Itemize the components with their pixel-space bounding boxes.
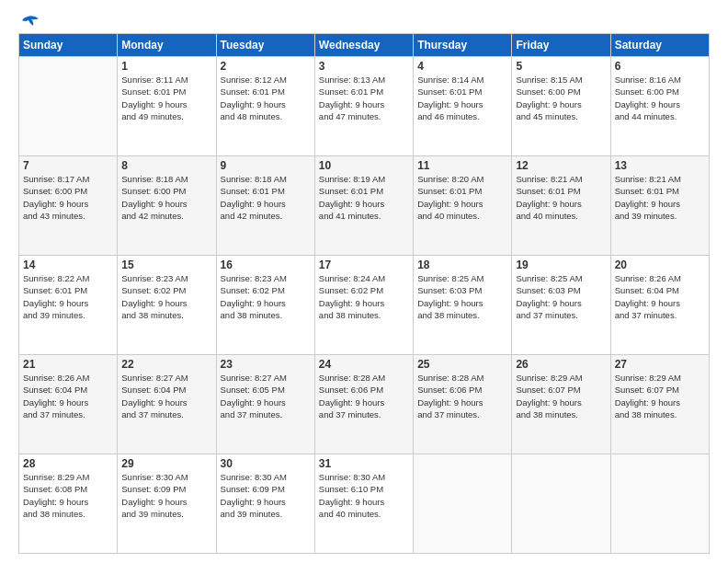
day-info: Sunrise: 8:28 AMSunset: 6:06 PMDaylight:… xyxy=(319,372,409,420)
day-number: 28 xyxy=(23,457,113,470)
day-info: Sunrise: 8:22 AMSunset: 6:01 PMDaylight:… xyxy=(23,272,113,321)
calendar-cell: 14Sunrise: 8:22 AMSunset: 6:01 PMDayligh… xyxy=(19,256,118,355)
day-number: 12 xyxy=(516,159,606,172)
day-number: 2 xyxy=(221,60,311,73)
day-number: 26 xyxy=(516,358,606,371)
calendar-cell: 31Sunrise: 8:30 AMSunset: 6:10 PMDayligh… xyxy=(314,454,413,554)
day-number: 23 xyxy=(221,358,311,371)
day-info: Sunrise: 8:29 AMSunset: 6:07 PMDaylight:… xyxy=(516,372,606,420)
calendar-week-row: 28Sunrise: 8:29 AMSunset: 6:08 PMDayligh… xyxy=(19,454,710,554)
weekday-header-friday: Friday xyxy=(512,34,610,57)
weekday-header-row: SundayMondayTuesdayWednesdayThursdayFrid… xyxy=(19,34,710,57)
calendar-week-row: 1Sunrise: 8:11 AMSunset: 6:01 PMDaylight… xyxy=(19,57,710,156)
day-info: Sunrise: 8:18 AMSunset: 6:01 PMDaylight:… xyxy=(221,173,311,222)
day-info: Sunrise: 8:18 AMSunset: 6:00 PMDaylight:… xyxy=(121,173,211,222)
day-number: 9 xyxy=(221,159,311,172)
weekday-header-tuesday: Tuesday xyxy=(216,34,314,57)
calendar-cell: 23Sunrise: 8:27 AMSunset: 6:05 PMDayligh… xyxy=(216,355,314,454)
day-info: Sunrise: 8:29 AMSunset: 6:08 PMDaylight:… xyxy=(23,471,113,520)
day-info: Sunrise: 8:27 AMSunset: 6:05 PMDaylight:… xyxy=(221,372,311,420)
calendar-cell: 20Sunrise: 8:26 AMSunset: 6:04 PMDayligh… xyxy=(610,256,709,355)
calendar-cell: 4Sunrise: 8:14 AMSunset: 6:01 PMDaylight… xyxy=(414,57,512,156)
day-number: 10 xyxy=(319,159,409,172)
page: SundayMondayTuesdayWednesdayThursdayFrid… xyxy=(0,0,728,563)
day-info: Sunrise: 8:30 AMSunset: 6:09 PMDaylight:… xyxy=(121,471,211,520)
day-number: 15 xyxy=(121,259,211,271)
calendar-cell: 17Sunrise: 8:24 AMSunset: 6:02 PMDayligh… xyxy=(314,256,413,355)
day-info: Sunrise: 8:19 AMSunset: 6:01 PMDaylight:… xyxy=(319,173,409,222)
day-number: 3 xyxy=(319,60,409,73)
day-number: 7 xyxy=(23,159,113,172)
day-number: 29 xyxy=(121,457,211,470)
day-info: Sunrise: 8:26 AMSunset: 6:04 PMDaylight:… xyxy=(615,272,705,321)
day-info: Sunrise: 8:13 AMSunset: 6:01 PMDaylight:… xyxy=(319,74,409,122)
calendar-cell: 25Sunrise: 8:28 AMSunset: 6:06 PMDayligh… xyxy=(414,355,512,454)
weekday-header-monday: Monday xyxy=(118,34,216,57)
day-info: Sunrise: 8:12 AMSunset: 6:01 PMDaylight:… xyxy=(221,74,311,122)
calendar-week-row: 7Sunrise: 8:17 AMSunset: 6:00 PMDaylight… xyxy=(19,156,710,256)
day-info: Sunrise: 8:17 AMSunset: 6:00 PMDaylight:… xyxy=(23,173,113,222)
day-info: Sunrise: 8:27 AMSunset: 6:04 PMDaylight:… xyxy=(121,372,211,420)
weekday-header-sunday: Sunday xyxy=(19,34,118,57)
calendar-cell: 6Sunrise: 8:16 AMSunset: 6:00 PMDaylight… xyxy=(610,57,709,156)
calendar-cell: 22Sunrise: 8:27 AMSunset: 6:04 PMDayligh… xyxy=(118,355,216,454)
day-info: Sunrise: 8:25 AMSunset: 6:03 PMDaylight:… xyxy=(417,272,507,321)
header xyxy=(18,17,710,28)
day-info: Sunrise: 8:21 AMSunset: 6:01 PMDaylight:… xyxy=(516,173,606,222)
weekday-header-thursday: Thursday xyxy=(414,34,512,57)
day-number: 4 xyxy=(417,60,507,73)
weekday-header-wednesday: Wednesday xyxy=(314,34,413,57)
calendar: SundayMondayTuesdayWednesdayThursdayFrid… xyxy=(18,33,710,554)
calendar-cell: 12Sunrise: 8:21 AMSunset: 6:01 PMDayligh… xyxy=(512,156,610,256)
calendar-cell: 30Sunrise: 8:30 AMSunset: 6:09 PMDayligh… xyxy=(216,454,314,554)
calendar-cell: 29Sunrise: 8:30 AMSunset: 6:09 PMDayligh… xyxy=(118,454,216,554)
day-number: 8 xyxy=(121,159,211,172)
calendar-cell: 9Sunrise: 8:18 AMSunset: 6:01 PMDaylight… xyxy=(216,156,314,256)
day-info: Sunrise: 8:23 AMSunset: 6:02 PMDaylight:… xyxy=(121,272,211,321)
day-number: 14 xyxy=(23,259,113,271)
day-number: 22 xyxy=(121,358,211,371)
calendar-cell xyxy=(610,454,709,554)
calendar-cell: 28Sunrise: 8:29 AMSunset: 6:08 PMDayligh… xyxy=(19,454,118,554)
day-number: 20 xyxy=(615,259,705,271)
day-number: 16 xyxy=(221,259,311,271)
calendar-cell xyxy=(512,454,610,554)
calendar-cell: 2Sunrise: 8:12 AMSunset: 6:01 PMDaylight… xyxy=(216,57,314,156)
calendar-cell: 13Sunrise: 8:21 AMSunset: 6:01 PMDayligh… xyxy=(610,156,709,256)
day-info: Sunrise: 8:21 AMSunset: 6:01 PMDaylight:… xyxy=(615,173,705,222)
calendar-cell: 26Sunrise: 8:29 AMSunset: 6:07 PMDayligh… xyxy=(512,355,610,454)
calendar-cell: 15Sunrise: 8:23 AMSunset: 6:02 PMDayligh… xyxy=(118,256,216,355)
day-info: Sunrise: 8:30 AMSunset: 6:09 PMDaylight:… xyxy=(221,471,311,520)
day-number: 1 xyxy=(121,60,211,73)
calendar-cell: 7Sunrise: 8:17 AMSunset: 6:00 PMDaylight… xyxy=(19,156,118,256)
calendar-cell: 1Sunrise: 8:11 AMSunset: 6:01 PMDaylight… xyxy=(118,57,216,156)
calendar-cell: 24Sunrise: 8:28 AMSunset: 6:06 PMDayligh… xyxy=(314,355,413,454)
calendar-cell: 27Sunrise: 8:29 AMSunset: 6:07 PMDayligh… xyxy=(610,355,709,454)
day-info: Sunrise: 8:29 AMSunset: 6:07 PMDaylight:… xyxy=(615,372,705,420)
logo xyxy=(18,18,40,28)
day-info: Sunrise: 8:16 AMSunset: 6:00 PMDaylight:… xyxy=(615,74,705,122)
day-info: Sunrise: 8:24 AMSunset: 6:02 PMDaylight:… xyxy=(319,272,409,321)
day-info: Sunrise: 8:14 AMSunset: 6:01 PMDaylight:… xyxy=(417,74,507,122)
day-info: Sunrise: 8:23 AMSunset: 6:02 PMDaylight:… xyxy=(221,272,311,321)
calendar-cell xyxy=(414,454,512,554)
day-number: 18 xyxy=(417,259,507,271)
calendar-cell: 18Sunrise: 8:25 AMSunset: 6:03 PMDayligh… xyxy=(414,256,512,355)
day-number: 11 xyxy=(417,159,507,172)
day-number: 25 xyxy=(417,358,507,371)
day-number: 13 xyxy=(615,159,705,172)
day-info: Sunrise: 8:30 AMSunset: 6:10 PMDaylight:… xyxy=(319,471,409,520)
day-number: 24 xyxy=(319,358,409,371)
calendar-cell: 8Sunrise: 8:18 AMSunset: 6:00 PMDaylight… xyxy=(118,156,216,256)
day-info: Sunrise: 8:20 AMSunset: 6:01 PMDaylight:… xyxy=(417,173,507,222)
day-number: 19 xyxy=(516,259,606,271)
day-number: 6 xyxy=(615,60,705,73)
day-info: Sunrise: 8:15 AMSunset: 6:00 PMDaylight:… xyxy=(516,74,606,122)
calendar-cell: 3Sunrise: 8:13 AMSunset: 6:01 PMDaylight… xyxy=(314,57,413,156)
calendar-week-row: 21Sunrise: 8:26 AMSunset: 6:04 PMDayligh… xyxy=(19,355,710,454)
day-info: Sunrise: 8:28 AMSunset: 6:06 PMDaylight:… xyxy=(417,372,507,420)
day-info: Sunrise: 8:11 AMSunset: 6:01 PMDaylight:… xyxy=(121,74,211,122)
day-number: 17 xyxy=(319,259,409,271)
day-number: 31 xyxy=(319,457,409,470)
calendar-week-row: 14Sunrise: 8:22 AMSunset: 6:01 PMDayligh… xyxy=(19,256,710,355)
